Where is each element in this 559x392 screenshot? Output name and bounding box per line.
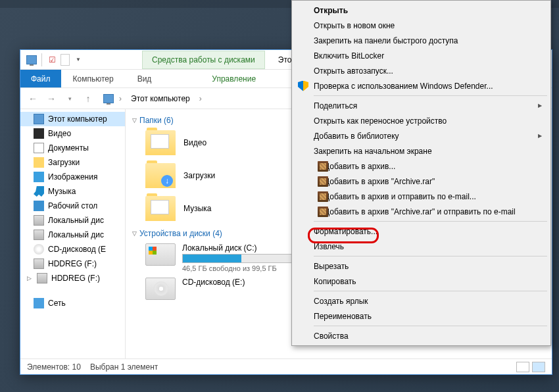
ribbon-context-tab[interactable]: Средства работы с дисками [142, 51, 265, 69]
menu-item[interactable]: Поделиться [294, 98, 548, 113]
up-button[interactable]: ↑ [81, 91, 95, 106]
folder-icon [145, 130, 176, 155]
chevron-right-icon[interactable]: › [198, 94, 203, 103]
group-label: Папки (6) [139, 116, 174, 125]
sidebar-item-doc[interactable]: Документы [20, 141, 125, 155]
menu-item-label: Извлечь [314, 242, 344, 251]
back-button[interactable]: ← [26, 91, 40, 106]
menu-item-label: Вырезать [314, 262, 349, 271]
hdd-icon [34, 230, 44, 240]
menu-item[interactable]: Добавить в библиотеку [294, 128, 548, 143]
sidebar-item-label: Изображения [48, 172, 97, 182]
menu-item[interactable]: Включить BitLocker [294, 48, 548, 63]
menu-item[interactable]: Извлечь [294, 239, 548, 254]
view-tab[interactable]: Вид [126, 70, 164, 87]
menu-item[interactable]: Вырезать [294, 258, 548, 274]
computer-tab[interactable]: Компьютер [61, 70, 126, 87]
forward-button[interactable]: → [44, 91, 59, 106]
menu-item-label: Форматировать... [314, 227, 377, 236]
quick-access-toolbar: ☑ ▼ [20, 51, 89, 69]
sidebar-item-hdd[interactable]: HDDREG (F:) [20, 257, 125, 271]
sidebar-item-pc[interactable]: Этот компьютер [20, 112, 125, 126]
new-icon[interactable] [61, 54, 70, 66]
menu-item[interactable]: Открыть в новом окне [294, 18, 548, 33]
menu-item[interactable]: Открыть [294, 3, 548, 18]
net-icon [34, 298, 44, 308]
sidebar-item-label: Сеть [48, 299, 66, 308]
selection-count: Выбран 1 элемент [90, 362, 158, 372]
sidebar-item-label: Локальный дис [48, 216, 104, 225]
sidebar-item-label: CD-дисковод (E [48, 245, 106, 254]
menu-item-label: Свойства [314, 331, 349, 341]
menu-item-label: Открыть как переносное устройство [314, 116, 447, 126]
menu-item-label: Создать ярлык [314, 297, 368, 306]
sidebar-item-cd[interactable]: CD-дисковод (E [20, 242, 125, 257]
menu-item[interactable]: Добавить в архив "Archive.rar" и отправи… [294, 204, 548, 219]
menu-item-label: Закрепить на начальном экране [314, 147, 432, 156]
menu-item-label: Добавить в архив и отправить по e-mail..… [324, 192, 476, 201]
menu-item-label: Проверка с использованием Windows Defend… [314, 82, 493, 91]
menu-item[interactable]: Создать ярлык [294, 293, 548, 308]
drive-icon [145, 243, 176, 266]
sidebar-item-mus[interactable]: Музыка [20, 184, 125, 199]
menu-item[interactable]: Добавить в архив и отправить по e-mail..… [294, 189, 548, 204]
menu-item-label: Открыть в новом окне [314, 21, 395, 30]
menu-item-label: Включить BitLocker [314, 51, 384, 61]
menu-item[interactable]: Проверка с использованием Windows Defend… [294, 78, 548, 93]
menu-item-label: Добавить в библиотеку [314, 132, 399, 141]
sidebar-item-label: Видео [48, 129, 71, 138]
rar-icon [318, 161, 328, 172]
menu-item[interactable]: Форматировать... [294, 224, 548, 239]
menu-item[interactable]: Закрепить на панели быстрого доступа [294, 33, 548, 48]
sidebar-item-label: HDDREG (F:) [48, 259, 97, 268]
folder-icon: ↓ [145, 163, 176, 188]
menu-item-label: Добавить в архив "Archive.rar" [324, 177, 435, 186]
menu-item[interactable]: Добавить в архив... [294, 159, 548, 174]
rar-icon [318, 207, 328, 217]
properties-icon[interactable]: ☑ [45, 53, 59, 67]
collapse-icon: ▽ [132, 117, 137, 124]
expand-icon[interactable]: ▷ [27, 275, 32, 282]
menu-separator [314, 256, 547, 257]
sidebar-item-label: Этот компьютер [48, 114, 107, 124]
context-menu: ОткрытьОткрыть в новом окнеЗакрепить на … [291, 0, 551, 346]
file-tab[interactable]: Файл [20, 70, 61, 87]
sidebar-item-vid[interactable]: Видео [20, 126, 125, 141]
shield-icon [298, 81, 308, 91]
menu-item[interactable]: Переименовать [294, 308, 548, 324]
sidebar-item-net[interactable]: Сеть [20, 296, 125, 310]
sidebar-item-label: Музыка [48, 187, 76, 196]
sidebar-item-hdd[interactable]: ▷HDDREG (F:) [20, 271, 125, 285]
navigation-pane: Этот компьютерВидеоДокументыЗагрузкиИзоб… [20, 109, 126, 358]
menu-item-label: Закрепить на панели быстрого доступа [314, 36, 458, 45]
rar-icon [318, 191, 328, 202]
large-icons-view-button[interactable] [532, 362, 545, 372]
menu-item[interactable]: Добавить в архив "Archive.rar" [294, 174, 548, 189]
dropdown-icon[interactable]: ▼ [71, 53, 85, 67]
sidebar-item-label: HDDREG (F:) [51, 274, 100, 283]
details-view-button[interactable] [516, 362, 529, 372]
sidebar-item-dl[interactable]: Загрузки [20, 155, 125, 170]
sidebar-item-hdd[interactable]: Локальный дис [20, 213, 125, 228]
desk-icon [34, 201, 44, 211]
menu-item[interactable]: Открыть как переносное устройство [294, 113, 548, 128]
breadcrumb-this-pc[interactable]: Этот компьютер [127, 92, 194, 105]
menu-item-label: Копировать [314, 277, 356, 286]
sidebar-item-img[interactable]: Изображения [20, 170, 125, 184]
menu-separator [314, 326, 547, 326]
menu-item[interactable]: Закрепить на начальном экране [294, 143, 548, 159]
recent-dropdown[interactable]: ▾ [62, 91, 77, 106]
folder-content-icon [151, 200, 169, 214]
manage-tab[interactable]: Управление [200, 70, 268, 87]
sidebar-item-hdd[interactable]: Локальный дис [20, 228, 125, 242]
pc-icon [24, 53, 39, 67]
menu-item[interactable]: Свойства [294, 328, 548, 343]
hdd-icon [37, 273, 47, 283]
menu-item[interactable]: Копировать [294, 274, 548, 289]
folder-label: Музыка [183, 204, 211, 213]
chevron-right-icon[interactable]: › [118, 94, 123, 103]
folder-content-icon [151, 134, 169, 149]
menu-item[interactable]: Открыть автозапуск... [294, 63, 548, 78]
sidebar-item-desk[interactable]: Рабочий стол [20, 199, 125, 213]
pc-icon [103, 94, 114, 103]
